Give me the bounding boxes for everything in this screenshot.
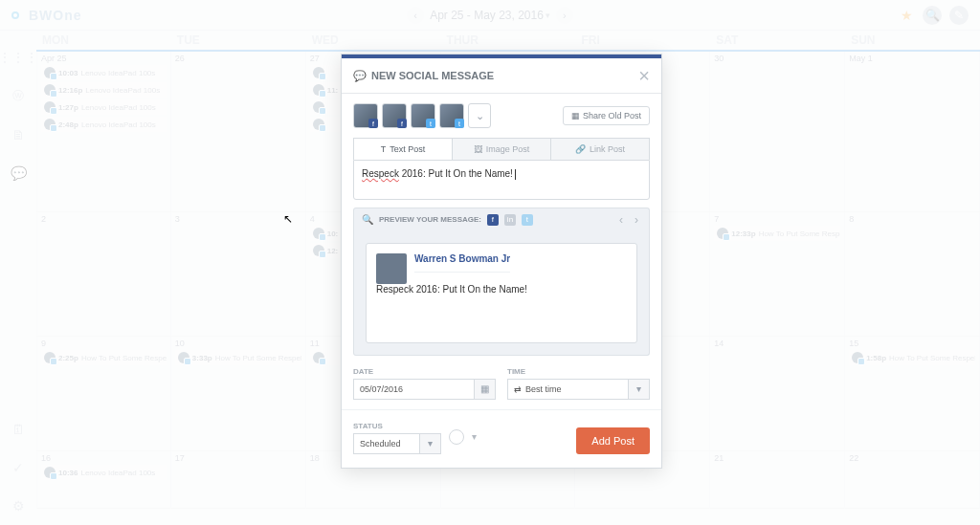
tab-link-post[interactable]: 🔗Link Post — [550, 139, 649, 160]
status-select[interactable]: Scheduled — [353, 433, 420, 454]
compose-tabs: TText Post 🖼Image Post 🔗Link Post — [353, 138, 650, 160]
account-facebook[interactable]: f — [353, 103, 378, 128]
calendar-cell[interactable]: 92:25p How To Put Some Respek — [36, 337, 171, 450]
facebook-preview-card: Warren S Bowman Jr Respeck 2016: Put It … — [366, 243, 637, 343]
next-range-button[interactable]: › — [556, 7, 573, 24]
wp-icon[interactable]: ⓦ — [12, 88, 24, 104]
event-avatar-icon — [313, 245, 324, 256]
twitter-badge-icon: t — [426, 119, 435, 128]
calendar-event[interactable]: 1:27p Lenovo IdeaPad 100s — [41, 99, 167, 115]
tab-image-post[interactable]: 🖼Image Post — [452, 139, 550, 160]
apps-icon[interactable]: ⋮⋮⋮ — [0, 50, 38, 65]
settings-icon[interactable]: ⚙ — [12, 498, 25, 514]
brand-dot-icon — [11, 11, 19, 19]
calendar-cell[interactable]: 30 — [710, 52, 845, 211]
status-field: STATUS Scheduled ▾ — [353, 420, 441, 454]
calendar-cell[interactable]: 3 — [171, 212, 306, 336]
avatar — [376, 253, 407, 284]
share-old-post-button[interactable]: ▦ Share Old Post — [563, 106, 650, 125]
calendar-event[interactable]: 1:58p How To Put Some Respek — [849, 350, 975, 365]
time-dropdown-icon[interactable]: ▾ — [629, 379, 650, 400]
tab-label: Text Post — [390, 144, 425, 154]
divider — [414, 272, 510, 273]
file-icon[interactable]: 🗎 — [11, 127, 25, 142]
check-icon[interactable]: ✓ — [12, 460, 24, 475]
account-1[interactable]: f — [382, 103, 407, 128]
calendar-cell[interactable]: May 1 — [845, 52, 980, 211]
calendar-cell[interactable]: 14 — [710, 337, 845, 450]
account-2[interactable]: t — [411, 103, 435, 128]
account-3[interactable]: t — [439, 103, 464, 128]
calendar-cell[interactable]: Apr 2510:03 Lenovo IdeaPad 100s12:16p Le… — [36, 52, 171, 211]
facebook-badge-icon: f — [368, 119, 378, 128]
calendar-cell[interactable]: 26 — [171, 52, 306, 211]
calendar-cell[interactable]: 21 — [710, 451, 845, 508]
cell-date: 14 — [714, 339, 840, 348]
calendar-event[interactable]: 10:36 Lenovo IdeaPad 100s — [41, 465, 167, 480]
time-label: TIME — [507, 367, 525, 376]
share-old-label: Share Old Post — [583, 111, 641, 120]
event-time: 2:25p — [58, 354, 78, 362]
preview-linkedin-icon[interactable]: in — [504, 214, 516, 226]
tab-label: Image Post — [486, 144, 530, 154]
calendar-picker-icon[interactable]: ▦ — [475, 379, 496, 400]
calendar-cell[interactable]: 103:33p How To Put Some Respek — [171, 337, 306, 450]
color-swatch[interactable] — [449, 429, 464, 445]
chevron-down-icon[interactable]: ▾ — [546, 11, 550, 20]
accounts-more-button[interactable]: ⌄ — [468, 103, 491, 128]
calendar-cell[interactable]: 22 — [845, 451, 980, 508]
prev-range-button[interactable]: ‹ — [407, 7, 424, 24]
date-input[interactable] — [353, 379, 475, 400]
calendar-event[interactable]: 2:25p How To Put Some Respek — [41, 350, 167, 365]
cell-date: 21 — [714, 453, 840, 463]
event-network-badge-icon — [50, 90, 57, 98]
tab-text-post[interactable]: TText Post — [354, 139, 452, 160]
star-icon[interactable]: ★ — [898, 7, 915, 24]
compose-icon[interactable]: ✎ — [949, 6, 969, 25]
calendar-event[interactable]: 3:33p How To Put Some Respek — [175, 350, 301, 365]
calendar-event[interactable]: 10:03 Lenovo IdeaPad 100s — [41, 65, 167, 80]
status-dropdown-icon[interactable]: ▾ — [420, 433, 441, 454]
close-icon[interactable]: × — [638, 66, 650, 85]
event-time: 12:16p — [58, 86, 82, 95]
event-time: 10:36 — [58, 469, 78, 477]
time-select[interactable]: ⇄ Best time — [507, 379, 629, 400]
event-avatar-icon — [44, 67, 56, 78]
add-more-icon[interactable]: ▾ — [472, 431, 477, 442]
search-icon[interactable]: 🔍 — [923, 6, 942, 25]
cell-date: May 1 — [849, 54, 975, 63]
chat-icon[interactable]: 💬 — [11, 165, 27, 181]
twitter-badge-icon: t — [455, 119, 464, 128]
calendar-cell[interactable]: 17 — [171, 451, 306, 508]
repost-icon: ▦ — [571, 111, 580, 120]
calendar-icon[interactable]: 🗓 — [11, 422, 25, 437]
compose-textarea[interactable]: Respeck 2016: Put It On the Name! — [353, 160, 650, 200]
date-range[interactable]: Apr 25 - May 23, 2016 — [430, 9, 544, 22]
cell-date: 3 — [175, 214, 301, 224]
preview-next-icon[interactable]: › — [632, 213, 641, 227]
calendar-cell[interactable]: 151:58p How To Put Some Respek — [845, 337, 980, 450]
calendar-cell[interactable]: 2 — [36, 212, 171, 336]
preview-facebook-icon[interactable]: f — [487, 214, 499, 226]
event-network-badge-icon — [319, 107, 326, 115]
preview-twitter-icon[interactable]: t — [522, 214, 533, 226]
calendar-cell[interactable]: 1610:36 Lenovo IdeaPad 100s — [36, 451, 171, 508]
event-network-badge-icon — [858, 358, 865, 365]
modal-header: 💬 NEW SOCIAL MESSAGE × — [342, 58, 661, 94]
brand: BWOne — [29, 8, 82, 23]
add-post-button[interactable]: Add Post — [576, 427, 650, 454]
magnify-icon: 🔍 — [362, 214, 373, 225]
text-icon: T — [381, 144, 387, 154]
event-network-badge-icon — [319, 233, 326, 241]
calendar-event[interactable]: 12:16p Lenovo IdeaPad 100s — [41, 82, 167, 98]
event-avatar-icon — [44, 119, 56, 130]
calendar-event[interactable]: 2:48p Lenovo IdeaPad 100s — [41, 117, 167, 132]
calendar-cell[interactable]: 8 — [845, 212, 980, 336]
event-time: 1:27p — [58, 103, 78, 112]
cell-date: 30 — [714, 54, 840, 63]
preview-body: Warren S Bowman Jr Respeck 2016: Put It … — [353, 231, 650, 356]
event-network-badge-icon — [319, 73, 326, 80]
calendar-event[interactable]: 12:33p How To Put Some Respek — [714, 226, 840, 241]
preview-prev-icon[interactable]: ‹ — [616, 213, 626, 227]
calendar-cell[interactable]: 712:33p How To Put Some Respek — [710, 212, 845, 336]
